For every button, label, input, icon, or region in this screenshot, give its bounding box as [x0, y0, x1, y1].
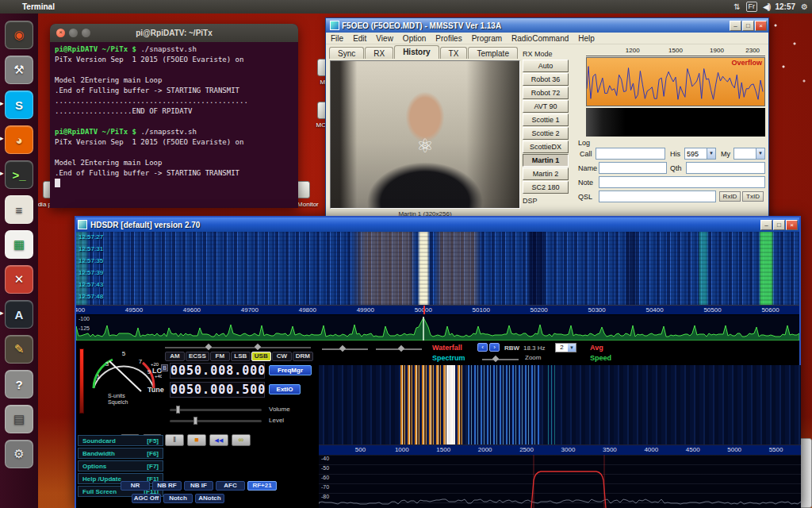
dsp-notch-button[interactable]: Notch: [163, 494, 193, 503]
rf-waterfall[interactable]: 12:57:2712:57:3112:57:3512:57:3912:57:43…: [76, 232, 799, 305]
menu-profiles[interactable]: Profiles: [435, 34, 462, 43]
rx-mode-auto[interactable]: Auto: [523, 60, 569, 72]
updown-arrows-icon[interactable]: ⇅: [733, 2, 740, 11]
dash-home-icon[interactable]: ◉: [5, 21, 33, 49]
editor-pen-icon[interactable]: ✎: [5, 335, 33, 364]
maximize-button[interactable]: [82, 29, 90, 37]
squelch-bar[interactable]: [79, 348, 84, 414]
dsp-nb-if-button[interactable]: NB IF: [184, 481, 213, 491]
dsp-agc-off-button[interactable]: AGC Off: [132, 494, 161, 503]
rx-mode-martin-2[interactable]: Martin 2: [523, 167, 569, 180]
waterfall-upper-slider[interactable]: [322, 348, 368, 350]
dsp-afc-button[interactable]: AFC: [216, 481, 245, 491]
dsp-nb-rf-button[interactable]: NB RF: [152, 481, 182, 491]
playback-stop-button[interactable]: ■: [187, 434, 206, 446]
slider-handle[interactable]: [176, 406, 180, 414]
settings-icon[interactable]: ⚙: [5, 440, 33, 468]
close-button[interactable]: ×: [786, 220, 798, 230]
tab-template[interactable]: Template: [468, 47, 518, 59]
slider-handle[interactable]: [205, 344, 211, 350]
rx-mode-robot-72[interactable]: Robot 72: [523, 87, 569, 99]
mode-fm[interactable]: FM: [210, 352, 230, 361]
close-button[interactable]: ×: [755, 21, 767, 31]
keyboard-indicator[interactable]: Fr: [746, 2, 758, 12]
button-bandwidth[interactable]: Bandwidth[F6]: [78, 448, 163, 459]
tune-frequency-display[interactable]: 0050.000.500: [170, 382, 265, 398]
note-input[interactable]: [599, 176, 765, 188]
audio-spectrum[interactable]: -40-50-60-70-80: [319, 455, 801, 508]
menu-edit[interactable]: Edit: [353, 34, 366, 43]
my-combo[interactable]: ▼: [733, 148, 765, 160]
menu-program[interactable]: Program: [472, 34, 502, 43]
menu-radiocommand[interactable]: RadioCommand: [511, 34, 569, 43]
level-slider[interactable]: [170, 420, 262, 422]
arrow-left-button[interactable]: ‹: [477, 343, 488, 352]
firefox-icon[interactable]: ◕: [5, 125, 33, 154]
menu-file[interactable]: File: [331, 34, 343, 43]
terminal-body[interactable]: pi@RpiDATV ~/PiTx $ ./snapsstv.shPiTx Ve…: [50, 42, 298, 208]
rx-mode-sc2-180[interactable]: SC2 180: [523, 181, 569, 194]
lo-band-badge[interactable]: B: [161, 364, 168, 371]
app-a-icon[interactable]: A: [5, 300, 33, 329]
rxid-button[interactable]: RxID: [719, 191, 741, 202]
mode-ecss[interactable]: ECSS: [186, 352, 209, 361]
help-icon[interactable]: ?: [5, 370, 33, 398]
waterfall-lower-slider[interactable]: [376, 348, 422, 350]
rx-mode-scottie-1[interactable]: Scottie 1: [523, 114, 569, 126]
rx-mode-martin-1[interactable]: Martin 1: [523, 154, 569, 167]
call-input[interactable]: [596, 148, 665, 160]
mode-usb[interactable]: USB: [251, 352, 271, 361]
menu-help[interactable]: Help: [578, 34, 595, 43]
volume-slider[interactable]: [170, 409, 262, 411]
hdsdr-titlebar[interactable]: HDSDR [default] version 2.70 – □ ×: [76, 217, 799, 232]
audio-waterfall[interactable]: [319, 365, 801, 444]
dsp-nr-button[interactable]: NR: [121, 481, 150, 491]
playback-rewind-button[interactable]: ◀◀: [209, 434, 228, 446]
archive-icon[interactable]: ▤: [5, 405, 33, 433]
close-button[interactable]: ×: [56, 29, 65, 37]
chevron-down-icon[interactable]: ▼: [707, 148, 715, 159]
slider-handle[interactable]: [255, 344, 261, 350]
lo-frequency-display[interactable]: 0050.008.000: [170, 363, 265, 379]
qth-input[interactable]: [686, 162, 765, 174]
audio-scale[interactable]: 5001000150020002500300035004000450050005…: [319, 444, 801, 455]
menu-view[interactable]: View: [376, 34, 393, 43]
txid-button[interactable]: TxID: [742, 191, 764, 202]
volume-icon[interactable]: ◀)): [763, 2, 769, 11]
mode-lsb[interactable]: LSB: [231, 352, 251, 361]
mode-drm[interactable]: DRM: [293, 352, 313, 361]
slider-handle[interactable]: [193, 417, 197, 425]
name-input[interactable]: [599, 162, 667, 174]
zoom-slider[interactable]: [482, 359, 519, 360]
clock[interactable]: 12:57: [775, 2, 795, 11]
tab-sync[interactable]: Sync: [329, 47, 364, 59]
freq-scale[interactable]: 4940049500496004970049800499005000050100…: [76, 305, 799, 315]
tab-rx[interactable]: RX: [365, 47, 393, 59]
arrow-right-button[interactable]: ›: [489, 343, 500, 352]
terminal-titlebar[interactable]: × pi@RpiDATV: ~/PiTx: [50, 24, 298, 42]
rbw-combo[interactable]: 2▼: [555, 343, 576, 352]
minimize-button[interactable]: –: [760, 220, 772, 230]
terminal-icon[interactable]: >_: [5, 160, 33, 189]
session-gear-icon[interactable]: ⚙: [801, 2, 808, 11]
qsl-input[interactable]: [599, 190, 716, 202]
dsp-rf+21-button[interactable]: RF+21: [247, 481, 277, 491]
text-editor-icon[interactable]: ≡: [5, 195, 33, 224]
mode-cw[interactable]: CW: [272, 352, 292, 361]
rx-mode-scottiedx[interactable]: ScottieDX: [523, 140, 569, 153]
mode-am[interactable]: AM: [165, 352, 185, 361]
playback-loop-button[interactable]: ∞: [232, 434, 251, 446]
libreoffice-calc-icon[interactable]: ▦: [5, 230, 33, 259]
minimize-button[interactable]: [69, 29, 78, 37]
tab-tx[interactable]: TX: [440, 47, 468, 59]
rx-mode-scottie-2[interactable]: Scottie 2: [523, 127, 569, 140]
his-combo[interactable]: 595▼: [684, 148, 716, 160]
tab-history[interactable]: History: [394, 45, 439, 59]
slider-handle[interactable]: [339, 345, 346, 352]
rx-mode-avt-90[interactable]: AVT 90: [523, 100, 569, 113]
maximize-button[interactable]: □: [742, 21, 754, 31]
extio-button[interactable]: ExtIO: [269, 384, 301, 394]
slider-handle[interactable]: [492, 356, 499, 362]
mmsstv-titlebar[interactable]: F5OEO (F5OEO.MDT) - MMSSTV Ver 1.13A – □…: [326, 18, 768, 33]
minimize-button[interactable]: –: [730, 21, 741, 31]
